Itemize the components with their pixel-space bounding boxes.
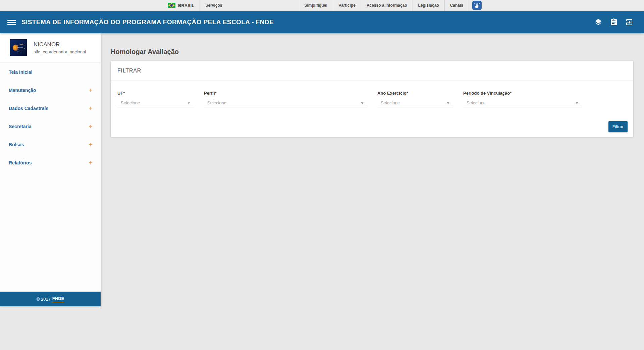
chevron-down-icon xyxy=(445,100,451,106)
sidebar-menu: Tela Inicial Manutenção + Dados Cadastra… xyxy=(0,62,101,292)
app-title: SISTEMA DE INFORMAÇÃO DO PROGRAMA FORMAÇ… xyxy=(21,18,274,26)
fnde-link[interactable]: FNDE xyxy=(52,296,64,302)
gov-link-simplifique[interactable]: Simplifique! xyxy=(299,0,333,11)
chevron-down-icon xyxy=(574,100,580,106)
chevron-down-icon xyxy=(359,100,365,106)
user-role: sife_coordenador_nacional xyxy=(34,49,86,54)
sidebar-item-relatorios[interactable]: Relatórios + xyxy=(0,154,101,172)
expand-plus-icon[interactable]: + xyxy=(89,123,93,130)
user-name: NICANOR xyxy=(34,41,86,48)
gov-link-acesso-informacao[interactable]: Acesso à informação xyxy=(361,0,413,11)
menu-hamburger-icon[interactable] xyxy=(7,17,16,27)
perfil-label: Perfil* xyxy=(204,91,367,96)
periodo-vinculacao-select[interactable]: Selecione xyxy=(463,99,582,107)
field-periodo-vinculacao: Período de Vinculação* Selecione xyxy=(463,91,582,107)
gov-link-canais[interactable]: Canais xyxy=(444,0,469,11)
expand-plus-icon[interactable]: + xyxy=(89,105,93,112)
copyright-text: © 2017 xyxy=(37,297,51,302)
app-header: SISTEMA DE INFORMAÇÃO DO PROGRAMA FORMAÇ… xyxy=(0,11,644,33)
gov-link-legislacao[interactable]: Legislação xyxy=(413,0,444,11)
field-ano-exercicio: Ano Exercício* Selecione xyxy=(377,91,453,107)
gov-link-participe[interactable]: Participe xyxy=(333,0,361,11)
main-content: Homologar Avaliação FILTRAR UF* Selecion… xyxy=(101,48,644,137)
filter-card-title: FILTRAR xyxy=(117,68,141,74)
sidebar-footer: © 2017 FNDE xyxy=(0,292,101,306)
sidebar-item-tela-inicial[interactable]: Tela Inicial xyxy=(0,63,101,81)
perfil-select[interactable]: Selecione xyxy=(204,99,367,107)
brasil-label: BRASIL xyxy=(178,3,194,8)
sidebar-item-secretaria[interactable]: Secretaria + xyxy=(0,117,101,136)
logout-icon[interactable] xyxy=(625,18,633,26)
chevron-down-icon xyxy=(186,100,192,106)
brasil-gov-link[interactable]: BRASIL xyxy=(162,0,200,11)
layers-icon[interactable] xyxy=(594,18,602,26)
user-panel: NICANOR sife_coordenador_nacional xyxy=(0,33,101,62)
user-avatar xyxy=(10,39,27,56)
expand-plus-icon[interactable]: + xyxy=(89,141,93,148)
uf-label: UF* xyxy=(117,91,194,96)
expand-plus-icon[interactable]: + xyxy=(89,159,93,166)
filtrar-button[interactable]: Filtrar xyxy=(608,121,628,132)
sidebar-item-manutencao[interactable]: Manutenção + xyxy=(0,81,101,99)
sidebar-item-bolsas[interactable]: Bolsas + xyxy=(0,136,101,154)
brazil-flag-icon xyxy=(168,3,175,8)
sidebar: NICANOR sife_coordenador_nacional Tela I… xyxy=(0,33,101,306)
clipboard-icon[interactable] xyxy=(610,18,618,26)
uf-select[interactable]: Selecione xyxy=(117,99,194,107)
expand-plus-icon[interactable]: + xyxy=(89,87,93,94)
ano-exercicio-select[interactable]: Selecione xyxy=(377,99,453,107)
vlibras-accessibility-icon[interactable] xyxy=(472,1,482,10)
servicos-link[interactable]: Serviços xyxy=(200,0,227,11)
field-perfil: Perfil* Selecione xyxy=(204,91,367,107)
page-title: Homologar Avaliação xyxy=(111,48,633,56)
periodo-vinculacao-label: Período de Vinculação* xyxy=(463,91,582,96)
ano-exercicio-label: Ano Exercício* xyxy=(377,91,453,96)
field-uf: UF* Selecione xyxy=(117,91,194,107)
filter-card: FILTRAR UF* Selecione Perfil* Selecione … xyxy=(111,61,633,137)
government-bar: BRASIL Serviços Simplifique! Participe A… xyxy=(0,0,644,11)
sidebar-item-dados-cadastrais[interactable]: Dados Cadastrais + xyxy=(0,99,101,117)
